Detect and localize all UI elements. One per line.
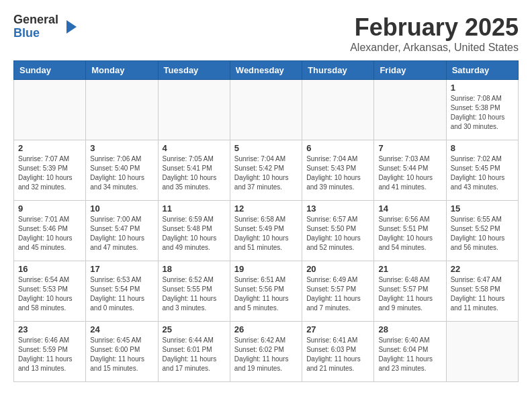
day-number: 7: [378, 143, 441, 153]
week-row-5: 23Sunrise: 6:46 AM Sunset: 5:59 PM Dayli…: [14, 322, 519, 382]
day-info: Sunrise: 7:05 AM Sunset: 5:41 PM Dayligh…: [163, 154, 226, 192]
week-row-3: 9Sunrise: 7:01 AM Sunset: 5:46 PM Daylig…: [14, 201, 519, 261]
day-cell: 4Sunrise: 7:05 AM Sunset: 5:41 PM Daylig…: [158, 140, 230, 201]
day-number: 17: [90, 264, 153, 274]
day-number: 3: [90, 143, 153, 153]
weekday-header-wednesday: Wednesday: [230, 61, 302, 80]
day-number: 27: [306, 324, 369, 334]
day-cell: 16Sunrise: 6:54 AM Sunset: 5:53 PM Dayli…: [14, 261, 86, 322]
week-row-1: 1Sunrise: 7:08 AM Sunset: 5:38 PM Daylig…: [14, 80, 519, 140]
day-number: 2: [18, 143, 81, 153]
day-cell: 12Sunrise: 6:58 AM Sunset: 5:49 PM Dayli…: [230, 201, 302, 261]
day-cell: 11Sunrise: 6:59 AM Sunset: 5:48 PM Dayli…: [158, 201, 230, 261]
day-info: Sunrise: 6:51 AM Sunset: 5:56 PM Dayligh…: [234, 275, 298, 313]
day-info: Sunrise: 6:55 AM Sunset: 5:52 PM Dayligh…: [451, 215, 514, 253]
day-info: Sunrise: 7:00 AM Sunset: 5:47 PM Dayligh…: [90, 215, 153, 253]
weekday-header-thursday: Thursday: [302, 61, 374, 80]
day-number: 1: [451, 83, 514, 93]
day-cell: 23Sunrise: 6:46 AM Sunset: 5:59 PM Dayli…: [14, 322, 86, 382]
day-cell: 15Sunrise: 6:55 AM Sunset: 5:52 PM Dayli…: [446, 201, 518, 261]
day-number: 14: [378, 203, 441, 214]
day-cell: 2Sunrise: 7:07 AM Sunset: 5:39 PM Daylig…: [14, 140, 86, 201]
day-info: Sunrise: 6:58 AM Sunset: 5:49 PM Dayligh…: [234, 215, 298, 253]
day-number: 4: [163, 143, 226, 153]
day-info: Sunrise: 6:41 AM Sunset: 6:03 PM Dayligh…: [306, 336, 369, 373]
title-section: February 2025 Alexander, Arkansas, Unite…: [350, 13, 519, 54]
page-header: General Blue February 2025 Alexander, Ar…: [13, 13, 519, 54]
day-cell: 21Sunrise: 6:48 AM Sunset: 5:57 PM Dayli…: [374, 261, 446, 322]
day-number: 6: [306, 143, 369, 153]
day-info: Sunrise: 6:47 AM Sunset: 5:58 PM Dayligh…: [451, 275, 514, 313]
day-info: Sunrise: 6:45 AM Sunset: 6:00 PM Dayligh…: [90, 336, 153, 373]
day-number: 26: [234, 324, 298, 334]
day-cell: 28Sunrise: 6:40 AM Sunset: 6:04 PM Dayli…: [374, 322, 446, 382]
day-number: 25: [163, 324, 226, 334]
day-info: Sunrise: 6:54 AM Sunset: 5:53 PM Dayligh…: [18, 275, 81, 313]
calendar-table: SundayMondayTuesdayWednesdayThursdayFrid…: [13, 60, 519, 382]
day-info: Sunrise: 6:56 AM Sunset: 5:51 PM Dayligh…: [378, 215, 441, 253]
week-row-2: 2Sunrise: 7:07 AM Sunset: 5:39 PM Daylig…: [14, 140, 519, 201]
day-info: Sunrise: 6:53 AM Sunset: 5:54 PM Dayligh…: [90, 275, 153, 313]
day-number: 11: [163, 203, 226, 214]
day-cell: 9Sunrise: 7:01 AM Sunset: 5:46 PM Daylig…: [14, 201, 86, 261]
day-info: Sunrise: 6:59 AM Sunset: 5:48 PM Dayligh…: [163, 215, 226, 253]
day-cell: 26Sunrise: 6:42 AM Sunset: 6:02 PM Dayli…: [230, 322, 302, 382]
day-cell: 19Sunrise: 6:51 AM Sunset: 5:56 PM Dayli…: [230, 261, 302, 322]
day-cell: 1Sunrise: 7:08 AM Sunset: 5:38 PM Daylig…: [446, 80, 518, 140]
day-info: Sunrise: 7:01 AM Sunset: 5:46 PM Dayligh…: [18, 215, 81, 253]
day-cell: 27Sunrise: 6:41 AM Sunset: 6:03 PM Dayli…: [302, 322, 374, 382]
day-info: Sunrise: 6:48 AM Sunset: 5:57 PM Dayligh…: [378, 275, 441, 313]
svg-marker-0: [66, 20, 77, 34]
day-cell: [230, 80, 302, 140]
day-cell: 8Sunrise: 7:02 AM Sunset: 5:45 PM Daylig…: [446, 140, 518, 201]
day-info: Sunrise: 7:04 AM Sunset: 5:42 PM Dayligh…: [234, 154, 298, 192]
weekday-header-friday: Friday: [374, 61, 446, 80]
day-cell: [86, 80, 158, 140]
day-info: Sunrise: 6:49 AM Sunset: 5:57 PM Dayligh…: [306, 275, 369, 313]
day-number: 5: [234, 143, 298, 153]
day-number: 10: [90, 203, 153, 214]
day-number: 22: [451, 264, 514, 274]
day-number: 15: [451, 203, 514, 214]
weekday-header-saturday: Saturday: [446, 61, 518, 80]
day-cell: 5Sunrise: 7:04 AM Sunset: 5:42 PM Daylig…: [230, 140, 302, 201]
day-cell: 3Sunrise: 7:06 AM Sunset: 5:40 PM Daylig…: [86, 140, 158, 201]
day-number: 20: [306, 264, 369, 274]
day-number: 13: [306, 203, 369, 214]
day-info: Sunrise: 6:57 AM Sunset: 5:50 PM Dayligh…: [306, 215, 369, 253]
logo-general-text: General: [13, 13, 58, 27]
day-cell: 7Sunrise: 7:03 AM Sunset: 5:44 PM Daylig…: [374, 140, 446, 201]
day-number: 12: [234, 203, 298, 214]
day-cell: 14Sunrise: 6:56 AM Sunset: 5:51 PM Dayli…: [374, 201, 446, 261]
day-number: 19: [234, 264, 298, 274]
day-cell: [302, 80, 374, 140]
day-info: Sunrise: 6:52 AM Sunset: 5:55 PM Dayligh…: [163, 275, 226, 313]
day-cell: 10Sunrise: 7:00 AM Sunset: 5:47 PM Dayli…: [86, 201, 158, 261]
weekday-header-monday: Monday: [86, 61, 158, 80]
day-number: 21: [378, 264, 441, 274]
logo-blue-text: Blue: [13, 27, 58, 40]
month-title: February 2025: [350, 13, 519, 42]
day-cell: 13Sunrise: 6:57 AM Sunset: 5:50 PM Dayli…: [302, 201, 374, 261]
day-cell: 25Sunrise: 6:44 AM Sunset: 6:01 PM Dayli…: [158, 322, 230, 382]
day-info: Sunrise: 7:07 AM Sunset: 5:39 PM Dayligh…: [18, 154, 81, 192]
weekday-header-tuesday: Tuesday: [158, 61, 230, 80]
day-info: Sunrise: 7:08 AM Sunset: 5:38 PM Dayligh…: [451, 94, 514, 132]
logo: General Blue: [13, 13, 80, 40]
day-number: 18: [163, 264, 226, 274]
day-info: Sunrise: 6:46 AM Sunset: 5:59 PM Dayligh…: [18, 336, 81, 373]
day-number: 24: [90, 324, 153, 334]
day-number: 28: [378, 324, 441, 334]
day-cell: 17Sunrise: 6:53 AM Sunset: 5:54 PM Dayli…: [86, 261, 158, 322]
day-cell: 22Sunrise: 6:47 AM Sunset: 5:58 PM Dayli…: [446, 261, 518, 322]
day-cell: [14, 80, 86, 140]
day-info: Sunrise: 7:02 AM Sunset: 5:45 PM Dayligh…: [451, 154, 514, 192]
day-cell: 20Sunrise: 6:49 AM Sunset: 5:57 PM Dayli…: [302, 261, 374, 322]
week-row-4: 16Sunrise: 6:54 AM Sunset: 5:53 PM Dayli…: [14, 261, 519, 322]
day-info: Sunrise: 7:04 AM Sunset: 5:43 PM Dayligh…: [306, 154, 369, 192]
day-info: Sunrise: 7:03 AM Sunset: 5:44 PM Dayligh…: [378, 154, 441, 192]
day-cell: 18Sunrise: 6:52 AM Sunset: 5:55 PM Dayli…: [158, 261, 230, 322]
day-cell: 6Sunrise: 7:04 AM Sunset: 5:43 PM Daylig…: [302, 140, 374, 201]
weekday-header-sunday: Sunday: [14, 61, 86, 80]
day-cell: [374, 80, 446, 140]
